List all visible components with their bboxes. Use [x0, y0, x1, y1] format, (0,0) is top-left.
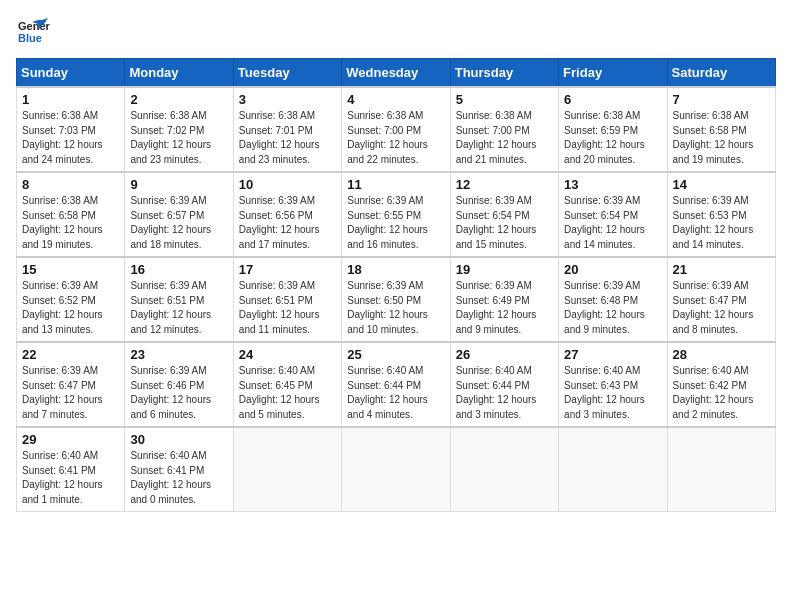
day-number: 15	[22, 262, 119, 277]
cell-detail: Sunrise: 6:39 AM Sunset: 6:52 PM Dayligh…	[22, 279, 119, 337]
logo-bird-icon: General Blue	[16, 16, 50, 50]
day-number: 29	[22, 432, 119, 447]
calendar-week-4: 22Sunrise: 6:39 AM Sunset: 6:47 PM Dayli…	[17, 342, 776, 427]
cell-detail: Sunrise: 6:38 AM Sunset: 6:58 PM Dayligh…	[22, 194, 119, 252]
calendar-cell: 26Sunrise: 6:40 AM Sunset: 6:44 PM Dayli…	[450, 342, 558, 427]
day-number: 21	[673, 262, 770, 277]
calendar-cell: 6Sunrise: 6:38 AM Sunset: 6:59 PM Daylig…	[559, 87, 667, 172]
cell-detail: Sunrise: 6:40 AM Sunset: 6:44 PM Dayligh…	[347, 364, 444, 422]
day-number: 26	[456, 347, 553, 362]
calendar-cell: 13Sunrise: 6:39 AM Sunset: 6:54 PM Dayli…	[559, 172, 667, 257]
cell-detail: Sunrise: 6:39 AM Sunset: 6:47 PM Dayligh…	[673, 279, 770, 337]
svg-text:Blue: Blue	[18, 32, 42, 44]
day-number: 19	[456, 262, 553, 277]
cell-detail: Sunrise: 6:40 AM Sunset: 6:45 PM Dayligh…	[239, 364, 336, 422]
calendar-cell: 12Sunrise: 6:39 AM Sunset: 6:54 PM Dayli…	[450, 172, 558, 257]
col-header-sunday: Sunday	[17, 59, 125, 88]
calendar-cell: 25Sunrise: 6:40 AM Sunset: 6:44 PM Dayli…	[342, 342, 450, 427]
cell-detail: Sunrise: 6:40 AM Sunset: 6:42 PM Dayligh…	[673, 364, 770, 422]
calendar-week-1: 1Sunrise: 6:38 AM Sunset: 7:03 PM Daylig…	[17, 87, 776, 172]
day-number: 27	[564, 347, 661, 362]
col-header-saturday: Saturday	[667, 59, 775, 88]
cell-detail: Sunrise: 6:38 AM Sunset: 7:00 PM Dayligh…	[347, 109, 444, 167]
calendar-week-5: 29Sunrise: 6:40 AM Sunset: 6:41 PM Dayli…	[17, 427, 776, 512]
calendar-cell: 21Sunrise: 6:39 AM Sunset: 6:47 PM Dayli…	[667, 257, 775, 342]
day-number: 17	[239, 262, 336, 277]
day-number: 12	[456, 177, 553, 192]
calendar-cell: 3Sunrise: 6:38 AM Sunset: 7:01 PM Daylig…	[233, 87, 341, 172]
day-number: 14	[673, 177, 770, 192]
cell-detail: Sunrise: 6:38 AM Sunset: 6:58 PM Dayligh…	[673, 109, 770, 167]
cell-detail: Sunrise: 6:38 AM Sunset: 7:02 PM Dayligh…	[130, 109, 227, 167]
calendar-cell: 14Sunrise: 6:39 AM Sunset: 6:53 PM Dayli…	[667, 172, 775, 257]
cell-detail: Sunrise: 6:39 AM Sunset: 6:53 PM Dayligh…	[673, 194, 770, 252]
logo: General Blue	[16, 16, 50, 50]
col-header-wednesday: Wednesday	[342, 59, 450, 88]
day-number: 20	[564, 262, 661, 277]
cell-detail: Sunrise: 6:39 AM Sunset: 6:49 PM Dayligh…	[456, 279, 553, 337]
calendar-cell: 2Sunrise: 6:38 AM Sunset: 7:02 PM Daylig…	[125, 87, 233, 172]
calendar-cell	[233, 427, 341, 512]
calendar-cell: 16Sunrise: 6:39 AM Sunset: 6:51 PM Dayli…	[125, 257, 233, 342]
calendar-cell: 30Sunrise: 6:40 AM Sunset: 6:41 PM Dayli…	[125, 427, 233, 512]
day-number: 24	[239, 347, 336, 362]
day-number: 1	[22, 92, 119, 107]
calendar-week-2: 8Sunrise: 6:38 AM Sunset: 6:58 PM Daylig…	[17, 172, 776, 257]
calendar-cell: 20Sunrise: 6:39 AM Sunset: 6:48 PM Dayli…	[559, 257, 667, 342]
day-number: 23	[130, 347, 227, 362]
cell-detail: Sunrise: 6:39 AM Sunset: 6:57 PM Dayligh…	[130, 194, 227, 252]
calendar-cell: 15Sunrise: 6:39 AM Sunset: 6:52 PM Dayli…	[17, 257, 125, 342]
calendar-cell: 29Sunrise: 6:40 AM Sunset: 6:41 PM Dayli…	[17, 427, 125, 512]
cell-detail: Sunrise: 6:40 AM Sunset: 6:41 PM Dayligh…	[22, 449, 119, 507]
cell-detail: Sunrise: 6:39 AM Sunset: 6:50 PM Dayligh…	[347, 279, 444, 337]
calendar-cell: 9Sunrise: 6:39 AM Sunset: 6:57 PM Daylig…	[125, 172, 233, 257]
day-number: 25	[347, 347, 444, 362]
cell-detail: Sunrise: 6:38 AM Sunset: 7:03 PM Dayligh…	[22, 109, 119, 167]
calendar-cell	[667, 427, 775, 512]
day-number: 7	[673, 92, 770, 107]
calendar-cell: 11Sunrise: 6:39 AM Sunset: 6:55 PM Dayli…	[342, 172, 450, 257]
day-number: 30	[130, 432, 227, 447]
day-number: 13	[564, 177, 661, 192]
page-header: General Blue	[16, 16, 776, 50]
day-number: 28	[673, 347, 770, 362]
day-number: 16	[130, 262, 227, 277]
cell-detail: Sunrise: 6:39 AM Sunset: 6:55 PM Dayligh…	[347, 194, 444, 252]
day-number: 3	[239, 92, 336, 107]
day-number: 6	[564, 92, 661, 107]
day-number: 8	[22, 177, 119, 192]
calendar-cell	[559, 427, 667, 512]
col-header-monday: Monday	[125, 59, 233, 88]
col-header-friday: Friday	[559, 59, 667, 88]
calendar-table: SundayMondayTuesdayWednesdayThursdayFrid…	[16, 58, 776, 512]
cell-detail: Sunrise: 6:39 AM Sunset: 6:51 PM Dayligh…	[239, 279, 336, 337]
cell-detail: Sunrise: 6:39 AM Sunset: 6:51 PM Dayligh…	[130, 279, 227, 337]
col-header-thursday: Thursday	[450, 59, 558, 88]
cell-detail: Sunrise: 6:38 AM Sunset: 7:01 PM Dayligh…	[239, 109, 336, 167]
calendar-cell: 5Sunrise: 6:38 AM Sunset: 7:00 PM Daylig…	[450, 87, 558, 172]
cell-detail: Sunrise: 6:40 AM Sunset: 6:44 PM Dayligh…	[456, 364, 553, 422]
cell-detail: Sunrise: 6:39 AM Sunset: 6:47 PM Dayligh…	[22, 364, 119, 422]
col-header-tuesday: Tuesday	[233, 59, 341, 88]
calendar-cell: 19Sunrise: 6:39 AM Sunset: 6:49 PM Dayli…	[450, 257, 558, 342]
cell-detail: Sunrise: 6:39 AM Sunset: 6:46 PM Dayligh…	[130, 364, 227, 422]
calendar-cell: 27Sunrise: 6:40 AM Sunset: 6:43 PM Dayli…	[559, 342, 667, 427]
calendar-cell: 8Sunrise: 6:38 AM Sunset: 6:58 PM Daylig…	[17, 172, 125, 257]
day-number: 22	[22, 347, 119, 362]
day-number: 11	[347, 177, 444, 192]
logo-container: General Blue	[16, 16, 50, 50]
calendar-cell: 1Sunrise: 6:38 AM Sunset: 7:03 PM Daylig…	[17, 87, 125, 172]
calendar-header-row: SundayMondayTuesdayWednesdayThursdayFrid…	[17, 59, 776, 88]
cell-detail: Sunrise: 6:40 AM Sunset: 6:43 PM Dayligh…	[564, 364, 661, 422]
calendar-cell: 24Sunrise: 6:40 AM Sunset: 6:45 PM Dayli…	[233, 342, 341, 427]
calendar-cell	[450, 427, 558, 512]
calendar-cell: 17Sunrise: 6:39 AM Sunset: 6:51 PM Dayli…	[233, 257, 341, 342]
cell-detail: Sunrise: 6:40 AM Sunset: 6:41 PM Dayligh…	[130, 449, 227, 507]
cell-detail: Sunrise: 6:39 AM Sunset: 6:54 PM Dayligh…	[564, 194, 661, 252]
calendar-cell: 7Sunrise: 6:38 AM Sunset: 6:58 PM Daylig…	[667, 87, 775, 172]
day-number: 5	[456, 92, 553, 107]
day-number: 9	[130, 177, 227, 192]
cell-detail: Sunrise: 6:38 AM Sunset: 7:00 PM Dayligh…	[456, 109, 553, 167]
calendar-cell: 22Sunrise: 6:39 AM Sunset: 6:47 PM Dayli…	[17, 342, 125, 427]
calendar-cell: 23Sunrise: 6:39 AM Sunset: 6:46 PM Dayli…	[125, 342, 233, 427]
